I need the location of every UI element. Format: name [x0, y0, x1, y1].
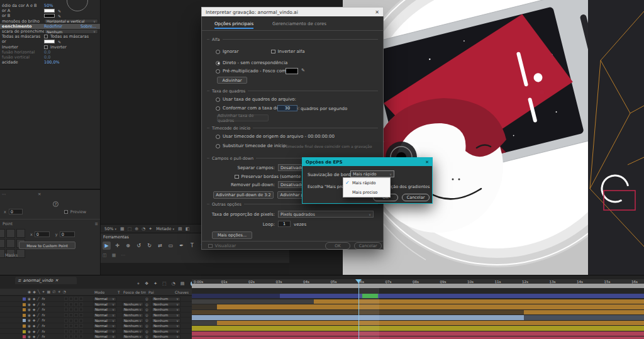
eyedropper-icon[interactable]: ✎ — [301, 68, 305, 73]
eyedropper-icon[interactable]: ✎ — [58, 14, 61, 18]
guess-32-pulldown-button[interactable]: Adivinhar pull-down de 3:2 — [213, 191, 274, 199]
pen-tool-icon[interactable]: ✒ — [177, 242, 186, 250]
parent-dropdown[interactable]: Nenhum∨ — [152, 318, 180, 323]
solo-icon[interactable]: ◆ — [33, 318, 35, 322]
layer-switch[interactable] — [74, 308, 78, 311]
layer-row[interactable]: ◉◆╱fxNormal∨Nenhum∨◎Nenhum∨ — [0, 313, 192, 318]
property-checkbox[interactable] — [44, 35, 48, 38]
eye-icon[interactable]: ◉ — [28, 335, 31, 338]
layer-bar[interactable] — [192, 294, 644, 298]
more-options-button[interactable]: Mais opções... — [212, 231, 252, 239]
mode-dropdown[interactable]: Normal∨ — [93, 313, 116, 318]
trkmat-dropdown[interactable]: Nenhum∨ — [122, 302, 143, 306]
viewer-icon[interactable]: ▦ — [120, 226, 125, 231]
property-dropdown[interactable]: Horizontal e vertical∨ — [44, 19, 98, 24]
layer-switch[interactable] — [79, 313, 83, 317]
layer-bar[interactable] — [192, 336, 644, 339]
panel-close-icon[interactable]: ✕ — [38, 192, 41, 197]
fps-input[interactable]: 30 — [277, 105, 297, 111]
fx-badge[interactable]: fx — [42, 313, 45, 317]
property-value[interactable]: 0,0 — [44, 50, 50, 55]
layer-switch[interactable] — [69, 330, 73, 333]
switch-column-icon[interactable]: ∅ — [52, 289, 55, 294]
mode-dropdown[interactable]: Normal∨ — [93, 297, 116, 301]
eyedropper-icon[interactable]: ✎ — [58, 40, 61, 44]
solo-icon[interactable]: ◆ — [33, 313, 35, 317]
lock-icon[interactable]: ╱ — [37, 313, 39, 317]
invert-alpha-checkbox[interactable]: Inverter alfa — [271, 49, 304, 54]
layer-switch[interactable] — [79, 303, 83, 306]
eye-icon[interactable]: ◉ — [28, 308, 31, 311]
eye-icon[interactable]: ◉ — [28, 313, 31, 317]
lock-icon[interactable]: ╱ — [37, 303, 39, 306]
effect-property-row[interactable]: or✎ — [0, 39, 101, 44]
layer-switch[interactable] — [74, 324, 78, 328]
pickwhip-icon[interactable]: ◎ — [145, 330, 148, 333]
strip-icon[interactable]: ◫ — [103, 253, 107, 258]
layer-row[interactable]: ◉◆╱fxNormal∨Nenhum∨◎Nenhum∨ — [0, 334, 192, 339]
time-ruler[interactable]: 0:00s01s02s03s04s05s06s07s08s09s10s11s12… — [192, 279, 644, 284]
eps-close-icon[interactable]: ✕ — [425, 160, 429, 165]
column-keys[interactable]: Chaves — [175, 290, 189, 294]
property-checkbox[interactable] — [44, 45, 48, 49]
framerate-use-file-radio[interactable]: Usar taxa de quadros do arquivo: — [216, 97, 296, 102]
alpha-straight-radio[interactable]: Direto - sem correspondência — [216, 60, 287, 65]
viewer-icon[interactable]: ◔ — [142, 226, 145, 231]
help-button[interactable]: ? — [53, 201, 58, 207]
pickwhip-icon[interactable]: ◎ — [145, 335, 148, 338]
parent-dropdown[interactable]: Nenhum∨ — [152, 297, 180, 301]
layer-row[interactable]: ◉◆╱fxNormal∨Nenhum∨◎Nenhum∨ — [0, 318, 192, 323]
layer-switch[interactable] — [64, 324, 68, 328]
switch-column-icon[interactable]: ◔ — [63, 289, 66, 294]
layer-row[interactable]: ◉◆╱fxNormal∨Nenhum∨◎Nenhum∨ — [0, 302, 192, 308]
shape-tool-icon[interactable]: ▭ — [167, 242, 175, 250]
layer-bar[interactable] — [192, 331, 644, 336]
effect-property-row[interactable]: or B✎ — [0, 13, 101, 18]
mode-dropdown[interactable]: Normal∨ — [93, 335, 116, 339]
selection-tool-icon[interactable]: ▶ — [103, 242, 111, 250]
switch-column-icon[interactable]: ◉ — [28, 289, 31, 294]
viewer-icon[interactable]: ◧ — [186, 226, 190, 231]
timeline-toolbar-icon[interactable]: ▤ — [180, 281, 185, 286]
dialog-close-icon[interactable]: ✕ — [375, 9, 379, 15]
layer-bar[interactable] — [192, 321, 644, 326]
layer-switch[interactable] — [64, 303, 68, 306]
lock-icon[interactable]: ╱ — [37, 330, 39, 333]
fx-badge[interactable]: fx — [42, 297, 45, 301]
parent-dropdown[interactable]: Nenhum∨ — [152, 335, 180, 339]
pickwhip-icon[interactable]: ◎ — [145, 303, 148, 306]
eye-icon[interactable]: ◉ — [28, 324, 31, 328]
x-input[interactable]: 0 — [9, 209, 23, 214]
matte-color-swatch[interactable] — [286, 68, 298, 74]
lock-icon[interactable]: ╱ — [37, 335, 39, 338]
column-parent[interactable]: Pai — [148, 290, 154, 294]
eye-icon[interactable]: ◉ — [28, 318, 31, 322]
layer-bar[interactable] — [192, 315, 644, 320]
timeline-toolbar-icon[interactable]: ✦ — [153, 281, 157, 286]
layer-switch[interactable] — [74, 330, 78, 333]
trkmat-dropdown[interactable]: Nenhum∨ — [122, 329, 143, 333]
parent-dropdown[interactable]: Nenhum∨ — [152, 329, 180, 333]
layer-switch[interactable] — [74, 313, 78, 317]
solo-icon[interactable]: ◆ — [33, 330, 35, 333]
layer-switch[interactable] — [79, 330, 83, 333]
eps-titlebar[interactable]: Opções de EPS ✕ — [303, 158, 432, 166]
property-value[interactable]: 0,0 — [44, 55, 50, 60]
trkmat-dropdown[interactable]: Nenhum∨ — [122, 308, 143, 312]
trkmat-dropdown[interactable]: Nenhum∨ — [122, 318, 143, 323]
mode-dropdown[interactable]: Normal∨ — [93, 318, 116, 323]
resolution-dropdown[interactable]: Metade ▾ — [156, 226, 174, 231]
text-tool-icon[interactable]: T — [188, 242, 196, 250]
fx-badge[interactable]: fx — [42, 335, 45, 338]
layer-switch[interactable] — [69, 308, 73, 311]
effect-property-row[interactable]: mensões do brilhoHorizontal e vertical∨ — [0, 19, 101, 24]
strip-icon[interactable]: ▦ — [112, 253, 116, 258]
lock-icon[interactable]: ╱ — [37, 308, 39, 311]
lock-icon[interactable]: ╱ — [37, 297, 39, 301]
viewer-icon[interactable]: ✦ — [148, 226, 152, 231]
layer-switch[interactable] — [69, 297, 73, 301]
layer-switch[interactable] — [79, 319, 83, 323]
hand-tool-icon[interactable]: ✛ — [113, 242, 121, 250]
effect-property-row[interactable]: InverterInverter — [0, 45, 101, 50]
layer-switch[interactable] — [79, 335, 83, 338]
